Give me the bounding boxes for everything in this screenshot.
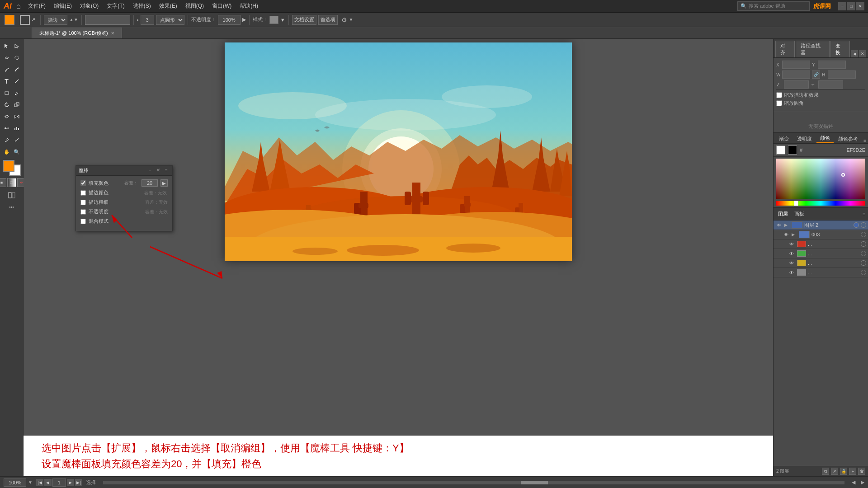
hand-tool[interactable]: ✋: [2, 146, 12, 157]
scale-strokes-checkbox[interactable]: [776, 92, 782, 98]
link-proportions-button[interactable]: 🔗: [812, 70, 820, 79]
eyedropper-tool[interactable]: [2, 135, 12, 145]
select-tool[interactable]: [2, 41, 12, 52]
layer-row-green[interactable]: 👁 ...: [774, 249, 868, 258]
panel-close-button[interactable]: ✕: [155, 168, 161, 174]
chart-tool[interactable]: [12, 123, 22, 134]
menu-edit[interactable]: 编辑(E): [50, 1, 75, 11]
warp-tool[interactable]: [2, 52, 12, 63]
pen-tool[interactable]: [2, 64, 12, 75]
close-button[interactable]: ✕: [856, 2, 864, 10]
panel-expand-icon[interactable]: ◀: [851, 50, 858, 57]
angle-input[interactable]: [784, 80, 809, 89]
layer-row-gray[interactable]: 👁 ...: [774, 268, 868, 277]
gradient-tab[interactable]: 渐变: [775, 135, 793, 143]
color-tab[interactable]: 颜色: [816, 134, 834, 143]
status-scrollbar[interactable]: [103, 481, 844, 484]
yellow-layer-eye[interactable]: 👁: [788, 259, 795, 267]
black-color-swatch[interactable]: [788, 145, 797, 155]
opacity-checkbox[interactable]: [80, 209, 86, 215]
menu-text[interactable]: 文字(T): [103, 1, 128, 11]
point-count-input[interactable]: [141, 15, 154, 25]
rotate-tool[interactable]: [2, 99, 12, 110]
layers-panel-menu[interactable]: ≡: [863, 211, 865, 216]
layer2-arrow-icon[interactable]: ▶: [784, 223, 790, 227]
003-eye-icon[interactable]: 👁: [783, 231, 790, 238]
page-number-input[interactable]: [52, 479, 66, 487]
layer-row-layer2[interactable]: 👁 ▶ 图层 2: [774, 221, 868, 230]
gray-layer-eye[interactable]: 👁: [788, 269, 795, 276]
add-layer-button[interactable]: ↗: [831, 468, 838, 475]
color-mode-button[interactable]: ■: [0, 178, 6, 187]
scale-tool[interactable]: [12, 99, 22, 110]
scroll-left-button[interactable]: ◀: [852, 479, 855, 485]
minimize-button[interactable]: －: [838, 2, 846, 10]
rect-tool[interactable]: [2, 88, 12, 99]
new-layer-button[interactable]: ＋: [849, 468, 856, 475]
color-swatches[interactable]: [3, 160, 21, 176]
stroke-color-swatch[interactable]: [20, 15, 30, 25]
doc-settings-button[interactable]: 文档设置: [292, 15, 316, 25]
pathfinder-tab[interactable]: 路径查找器: [796, 41, 830, 57]
make-comp-button[interactable]: ⧉: [822, 468, 829, 475]
type-tool[interactable]: T: [2, 76, 12, 87]
hue-slider-thumb[interactable]: [794, 201, 798, 206]
point-type-select[interactable]: 点圆形: [156, 15, 184, 25]
menu-help[interactable]: 帮助(H): [236, 1, 262, 11]
menu-window[interactable]: 窗口(W): [208, 1, 235, 11]
transparency-tab[interactable]: 透明度: [793, 135, 816, 143]
layer-row-yellow[interactable]: 👁 ...: [774, 258, 868, 268]
brush-tool[interactable]: [12, 64, 22, 75]
zoom-arrow[interactable]: ▼: [28, 480, 33, 485]
pencil-tool[interactable]: [12, 88, 22, 99]
transform-tab[interactable]: 变换: [830, 41, 850, 57]
lasso-tool[interactable]: [12, 52, 22, 63]
menu-view[interactable]: 视图(Q): [182, 1, 208, 11]
maximize-button[interactable]: □: [847, 2, 855, 10]
prev-page-button[interactable]: ◀: [44, 479, 52, 486]
fill-swatch[interactable]: [3, 14, 16, 26]
panel-settings-icon[interactable]: ✕: [859, 50, 866, 57]
layer2-eye-icon[interactable]: 👁: [775, 221, 783, 229]
measure-tool[interactable]: [12, 135, 22, 145]
stroke-color-checkbox[interactable]: [80, 190, 86, 196]
direct-select-tool[interactable]: [12, 41, 22, 52]
blend-mode-checkbox[interactable]: [80, 219, 86, 224]
red-layer-eye[interactable]: 👁: [788, 240, 795, 248]
gradient-button[interactable]: □: [7, 178, 16, 187]
x-input[interactable]: [782, 61, 810, 69]
white-color-swatch[interactable]: [776, 145, 785, 155]
search-bar[interactable]: 🔍 搜索 adobe 帮助: [737, 1, 810, 11]
shear-input[interactable]: [818, 80, 843, 89]
tab-close-icon[interactable]: ✕: [111, 31, 114, 36]
reshape-tool[interactable]: [2, 111, 12, 122]
style-swatch[interactable]: [269, 16, 278, 24]
color-panel-menu[interactable]: ≡: [863, 138, 866, 143]
003-arrow-icon[interactable]: ▶: [792, 232, 797, 237]
mode-select[interactable]: 撕边: [44, 15, 67, 25]
color-picker-area[interactable]: [776, 159, 865, 206]
scroll-right-button[interactable]: ▶: [861, 479, 864, 485]
zoom-input[interactable]: [4, 479, 26, 487]
h-input[interactable]: [828, 70, 856, 79]
opacity-input[interactable]: [218, 15, 241, 25]
panel-menu-button[interactable]: ≡: [163, 168, 170, 174]
document-tab[interactable]: 未标题-1* @ 100% (RGB/预览) ✕: [32, 28, 122, 38]
stroke-width-checkbox[interactable]: [80, 200, 86, 205]
w-input[interactable]: [782, 70, 810, 79]
fill-tolerance-input[interactable]: [142, 179, 158, 187]
reflect-button[interactable]: [2, 190, 22, 201]
menu-file[interactable]: 文件(F): [24, 1, 49, 11]
line-tool[interactable]: [12, 76, 22, 87]
lock-layer-button[interactable]: 🔒: [840, 468, 847, 475]
layer-row-003[interactable]: 👁 ▶ 003: [774, 230, 868, 239]
color-crosshair[interactable]: [841, 173, 845, 177]
menu-select[interactable]: 选择(S): [129, 1, 155, 11]
fill-color-swatch[interactable]: [5, 15, 14, 25]
hue-slider[interactable]: [776, 201, 865, 206]
blend-tool[interactable]: [2, 123, 12, 134]
hue-spectrum[interactable]: [776, 159, 865, 199]
green-layer-eye[interactable]: 👁: [788, 250, 795, 257]
artboard-tab[interactable]: 画板: [793, 210, 806, 218]
fill-tolerance-arrow[interactable]: ▶: [160, 179, 168, 187]
